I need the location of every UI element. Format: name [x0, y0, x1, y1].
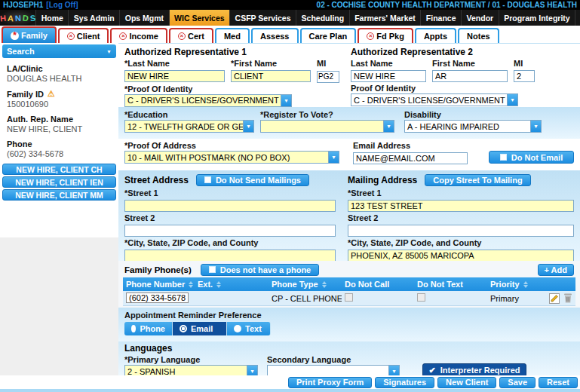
- primary-language-value: 2 - SPANISH: [127, 367, 175, 376]
- primary-language-select[interactable]: 2 - SPANISH ▼: [124, 365, 258, 376]
- sort-icon[interactable]: [216, 281, 221, 288]
- reset-button[interactable]: Reset: [539, 377, 578, 388]
- phone-type-cell: CP - CELL PHONE: [269, 294, 342, 303]
- tab-care-plan[interactable]: Care Plan: [300, 28, 357, 43]
- edit-pencil-icon[interactable]: [549, 293, 560, 304]
- street2-label: Street 2: [124, 213, 336, 222]
- col-do-not-call: Do Not Call: [345, 280, 389, 289]
- no-phone-button[interactable]: Does not have a phone: [201, 264, 319, 276]
- member-button[interactable]: NEW HIRE, CLIENT IEN: [2, 176, 116, 188]
- secondary-language-select[interactable]: ▼: [267, 365, 400, 376]
- register-vote-select[interactable]: ▼: [260, 120, 394, 133]
- delete-trash-icon[interactable]: [563, 293, 572, 303]
- do-not-call-checkbox[interactable]: [345, 293, 353, 302]
- required-asterisk-icon: *: [11, 32, 19, 40]
- proof-address-label: *Proof Of Address: [124, 141, 339, 150]
- rep2-last-name-label: Last Name: [351, 59, 426, 68]
- email-field[interactable]: [353, 152, 468, 164]
- address-section: Street Address Do Not Send Mailings *Str…: [118, 170, 580, 261]
- menu-scheduling[interactable]: Scheduling: [296, 10, 349, 26]
- education-select[interactable]: 12 - TWELFTH GRADE OR GED E ▼: [124, 120, 254, 133]
- interpreter-required-label: Interpreter Required: [440, 366, 520, 375]
- mailing-street2-field[interactable]: [348, 225, 574, 237]
- tab-client[interactable]: × Client: [58, 28, 109, 43]
- col-phone-type: Phone Type: [272, 280, 318, 289]
- tab-fd-pkg[interactable]: × Fd Pkg: [358, 28, 413, 43]
- rep2-last-name-field[interactable]: [351, 70, 426, 82]
- sort-icon[interactable]: [523, 281, 528, 288]
- tab-family[interactable]: * Family: [2, 26, 57, 43]
- do-not-send-label: Do Not Send Mailings: [216, 176, 301, 185]
- new-client-button[interactable]: New Client: [437, 377, 496, 388]
- mailing-street1-field[interactable]: [348, 200, 574, 212]
- tab-label: Assess: [260, 32, 290, 41]
- sort-icon[interactable]: [189, 281, 193, 288]
- menu-finance[interactable]: Finance: [420, 10, 461, 26]
- reminder-option-email[interactable]: Email: [173, 322, 227, 335]
- menu-ops-mgmt[interactable]: Ops Mgmt: [119, 10, 168, 26]
- menu-sys-admin[interactable]: Sys Admin: [68, 10, 119, 26]
- reminder-preference-control: Phone Email Text: [124, 322, 574, 335]
- rep2-mi-field[interactable]: [514, 70, 535, 82]
- rep1-mi-label: MI: [317, 59, 339, 68]
- bottom-border-strip: [0, 389, 580, 392]
- logo-letter: D: [22, 13, 29, 23]
- city-state-zip-field[interactable]: [124, 250, 336, 261]
- tab-appts[interactable]: Appts: [415, 28, 456, 43]
- tab-med[interactable]: Med: [215, 28, 250, 43]
- rep1-first-name-field[interactable]: [231, 70, 311, 82]
- mailing-street1-label: *Street 1: [348, 188, 574, 198]
- do-not-email-label: Do Not Email: [511, 153, 563, 162]
- dropdown-arrow-icon: ▼: [281, 95, 291, 106]
- member-button[interactable]: NEW HIRE, CLIENT MM: [2, 189, 116, 201]
- street1-label: *Street 1: [124, 188, 336, 198]
- phone-value: (602) 334-5678: [7, 149, 118, 158]
- rep2-first-name-field[interactable]: [432, 70, 508, 82]
- interpreter-required-button[interactable]: ✔ Interpreter Required: [422, 363, 526, 376]
- street2-field[interactable]: [124, 225, 336, 237]
- search-panel-header[interactable]: Search ▼: [2, 44, 116, 58]
- signatures-button[interactable]: Signatures: [375, 377, 434, 388]
- disability-select[interactable]: A - HEARING IMPAIRED ▼: [404, 120, 542, 133]
- phones-table: Phone Number Ext. Phone Type Do Not Call…: [123, 277, 575, 306]
- save-button[interactable]: Save: [499, 377, 536, 388]
- reminder-text-label: Text: [245, 324, 262, 333]
- radio-icon: [234, 325, 241, 332]
- mailing-city-state-zip-field[interactable]: [348, 250, 574, 261]
- dropdown-arrow-icon: ▼: [383, 121, 394, 132]
- menu-csfp-services[interactable]: CSFP Services: [229, 10, 296, 26]
- menu-program-integrity[interactable]: Program Integrity: [499, 10, 575, 26]
- priority-cell: Primary: [487, 294, 544, 303]
- family-phones-title: Family Phone(s): [124, 265, 192, 274]
- dropdown-arrow-icon: ▼: [247, 366, 257, 376]
- menu-reports[interactable]: Reports: [575, 10, 580, 26]
- tab-assess[interactable]: Assess: [251, 28, 299, 43]
- menu-wic-services[interactable]: WIC Services: [169, 10, 230, 26]
- tab-notes[interactable]: Notes: [458, 28, 499, 43]
- menu-farmers-market[interactable]: Farmers' Market: [349, 10, 421, 26]
- do-not-email-button[interactable]: Do Not Email: [489, 151, 574, 164]
- do-not-text-checkbox[interactable]: [417, 293, 425, 302]
- member-button[interactable]: NEW HIRE, CLIENT CH: [2, 164, 116, 175]
- menu-vendor[interactable]: Vendor: [461, 10, 499, 26]
- log-off-link[interactable]: [Log Off]: [46, 1, 78, 9]
- rep1-first-name-label: *First Name: [231, 59, 311, 68]
- reminder-option-text[interactable]: Text: [227, 322, 271, 335]
- menu-home[interactable]: Home: [35, 10, 68, 26]
- chevron-down-icon: ▼: [106, 49, 112, 54]
- street1-field[interactable]: [124, 200, 336, 212]
- phone-number-cell[interactable]: (602) 334-5678: [126, 292, 189, 303]
- add-phone-button[interactable]: + Add: [538, 264, 574, 276]
- rep1-last-name-field[interactable]: [124, 70, 225, 82]
- rep2-proof-identity-select[interactable]: C - DRIVER'S LICENSE/GOVERNMENT ID/S ▼: [351, 93, 518, 106]
- copy-street-to-mailing-button[interactable]: Copy Street To Mailing: [425, 174, 530, 186]
- rep1-proof-identity-select[interactable]: C - DRIVER'S LICENSE/GOVERNMENT ID/S ▼: [124, 94, 292, 107]
- tab-cert[interactable]: × Cert: [169, 28, 213, 43]
- do-not-send-mailings-button[interactable]: Do Not Send Mailings: [196, 174, 309, 186]
- tab-income[interactable]: × Income: [110, 28, 167, 43]
- sort-icon[interactable]: [322, 281, 327, 288]
- reminder-option-phone[interactable]: Phone: [124, 322, 173, 335]
- rep1-mi-field[interactable]: [317, 71, 339, 83]
- print-proxy-form-button[interactable]: Print Proxy Form: [288, 377, 372, 388]
- proof-address-select[interactable]: 10 - MAIL WITH POSTMARK (NO PO BOX) ▼: [124, 151, 339, 164]
